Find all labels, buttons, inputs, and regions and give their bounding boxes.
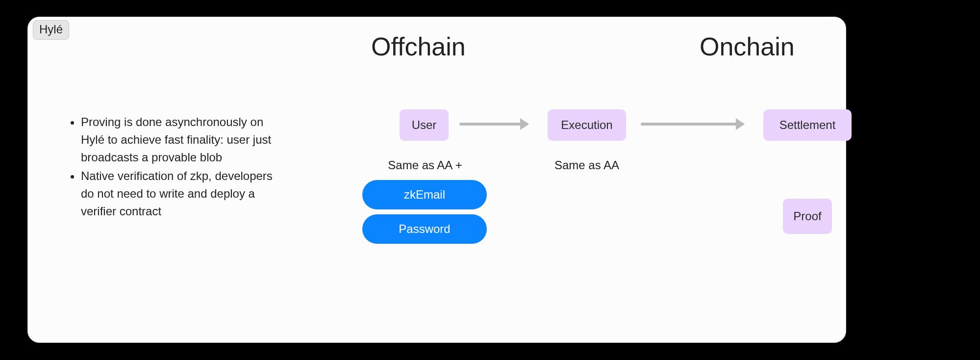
heading-onchain: Onchain (700, 32, 795, 61)
arrow-execution-to-settlement (641, 123, 744, 126)
proof-box: Proof (783, 199, 832, 234)
settlement-box: Settlement (763, 109, 852, 141)
diagram-card: Hylé Offchain Onchain Proving is done as… (27, 17, 846, 343)
bullet-item: Proving is done asynchronously on Hylé t… (81, 113, 283, 166)
user-box: User (400, 109, 449, 141)
arrow-user-to-execution (459, 123, 528, 126)
execution-caption: Same as AA (548, 158, 626, 172)
heading-offchain: Offchain (371, 32, 466, 61)
password-pill: Password (362, 214, 487, 244)
bullet-item: Native verification of zkp, developers d… (81, 167, 283, 220)
flow-diagram: User Execution Settlement Proof Same as … (376, 101, 847, 257)
user-caption: Same as AA + (386, 158, 464, 172)
execution-box: Execution (548, 109, 626, 141)
zkemail-pill: zkEmail (362, 180, 487, 209)
description-list: Proving is done asynchronously on Hylé t… (67, 113, 283, 221)
platform-tab[interactable]: Hylé (33, 20, 69, 40)
